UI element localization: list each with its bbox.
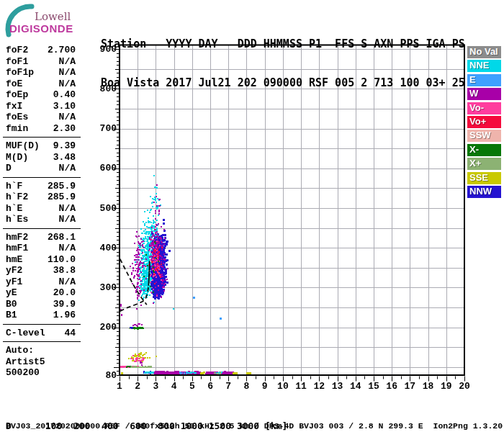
param-label: h`F	[6, 181, 22, 192]
param-label: hmE	[6, 254, 22, 266]
doppler-direction-legend: No ValNNEEWVo-Vo+SSWX-X+SSENNW	[467, 46, 501, 199]
lowell-digisonde-logo: Lowell DIGISONDE	[4, 3, 98, 40]
param-value: N/A	[59, 214, 76, 225]
legend-item-no-val: No Val	[467, 46, 501, 58]
legend-item-e: E	[467, 74, 501, 86]
y-axis-tick-label: 400	[92, 243, 117, 253]
header-line-values: Boa Vista 2017 Jul21 202 090000 RSF 005 …	[101, 76, 465, 89]
param-label: Auto:	[6, 345, 34, 356]
param-row: foF1N/A	[6, 56, 76, 68]
param-row: C-level44	[6, 328, 76, 339]
param-value: N/A	[59, 67, 76, 78]
x-axis-tick-label: 20	[459, 381, 470, 392]
param-row: B11.96	[6, 310, 76, 321]
legend-item-vo+: Vo+	[467, 116, 501, 128]
param-value: 0.40	[53, 89, 76, 101]
logo-digisonde-text: DIGISONDE	[9, 22, 73, 35]
legend-item-vo-: Vo-	[467, 102, 501, 114]
x-axis-tick-label: 12	[314, 381, 325, 392]
param-row: hmF2268.1	[6, 232, 76, 243]
x-axis-tick-label: 8	[244, 381, 250, 392]
param-row: Artist5	[6, 356, 76, 368]
param-value: N/A	[59, 78, 76, 90]
x-axis-tick-label: 18	[423, 381, 434, 392]
param-value: 2.30	[53, 123, 76, 135]
x-axis-tick-label: 6	[207, 381, 213, 392]
param-value: 1.96	[53, 310, 76, 321]
y-axis-tick-label: 500	[92, 203, 117, 214]
param-label: foEs	[6, 112, 28, 123]
param-row: B039.9	[6, 299, 76, 310]
param-separator	[3, 324, 81, 325]
x-axis-tick-label: 7	[225, 381, 231, 392]
legend-item-w: W	[467, 88, 501, 100]
param-label: D	[6, 163, 12, 174]
param-label: yF2	[6, 265, 22, 276]
param-row: hmE110.0	[6, 254, 76, 266]
param-value: N/A	[59, 203, 76, 215]
y-axis-tick-label: 200	[92, 322, 117, 333]
param-label: h`E	[6, 203, 22, 215]
param-row: M(D)3.48	[6, 152, 76, 163]
param-row: fxI3.10	[6, 101, 76, 112]
param-row: fmin2.30	[6, 123, 76, 135]
param-label: foEp	[6, 89, 28, 101]
x-axis-tick-label: 13	[332, 381, 343, 392]
param-value: 268.1	[48, 232, 76, 243]
y-axis-tick-label: 700	[92, 123, 117, 134]
param-value: 285.9	[48, 181, 76, 192]
param-label: foF1p	[6, 67, 34, 78]
param-row: foEsN/A	[6, 112, 76, 123]
x-axis-tick-label: 10	[277, 381, 289, 392]
param-label: yF1	[6, 276, 22, 288]
y-axis-tick-label: 800	[92, 84, 117, 94]
y-axis-tick-label: 900	[92, 44, 117, 55]
param-separator	[3, 137, 81, 138]
param-row: foEN/A	[6, 78, 76, 90]
param-row: Auto:	[6, 345, 76, 356]
param-label: h`F2	[6, 192, 28, 203]
param-row: h`EsN/A	[6, 214, 76, 225]
x-axis-tick-label: 19	[441, 381, 452, 392]
param-row: yE20.0	[6, 287, 76, 299]
legend-item-x-: X-	[467, 144, 501, 156]
param-row: 500200	[6, 367, 76, 379]
param-label: yE	[6, 287, 17, 299]
param-panel: foF22.700foF1N/AfoF1pN/AfoEN/AfoEp0.40fx…	[6, 45, 76, 379]
legend-item-sse: SSE	[467, 172, 501, 184]
param-value: 39.9	[53, 299, 76, 310]
param-value: 38.8	[53, 265, 76, 276]
logo-arc-icon	[4, 3, 36, 40]
x-axis-tick-label: 9	[262, 381, 268, 392]
x-axis-tick-label: 14	[350, 381, 361, 392]
x-axis-tick-label: 2	[135, 381, 140, 392]
param-label: h`Es	[6, 214, 28, 225]
param-row: h`F285.9	[6, 181, 76, 192]
param-row: h`EN/A	[6, 203, 76, 215]
param-separator	[3, 228, 81, 229]
x-axis-tick-label: 15	[368, 381, 379, 392]
param-value: 20.0	[53, 287, 76, 299]
param-label: B0	[6, 299, 17, 310]
param-value: N/A	[59, 243, 76, 254]
param-row: hmF1N/A	[6, 243, 76, 254]
param-label: foF1	[6, 56, 28, 68]
param-value: 3.10	[53, 101, 76, 112]
param-label: hmF1	[6, 243, 28, 254]
x-axis-tick-label: 5	[189, 381, 195, 392]
x-axis-tick-label: 3	[153, 381, 159, 392]
legend-item-x+: X+	[467, 158, 501, 170]
param-row: foEp0.40	[6, 89, 76, 101]
param-row: foF22.700	[6, 45, 76, 56]
footer-status-line: BVJ03_2017202090000.RSF / 380fx512h 50 k…	[6, 421, 503, 431]
legend-item-ssw: SSW	[467, 130, 501, 142]
param-value: 2.700	[48, 45, 76, 56]
x-axis-tick-label: 11	[295, 381, 307, 392]
header-line-columns: Station YYYY DAY DDD HHMMSS P1 FFS S AXN…	[101, 37, 465, 50]
param-value: 9.39	[53, 140, 76, 152]
param-row: yF238.8	[6, 265, 76, 276]
x-axis-tick-label: 4	[171, 381, 177, 392]
station-header: Station YYYY DAY DDD HHMMSS P1 FFS S AXN…	[101, 12, 465, 102]
param-label: B1	[6, 310, 17, 321]
param-row: h`F2285.9	[6, 192, 76, 203]
